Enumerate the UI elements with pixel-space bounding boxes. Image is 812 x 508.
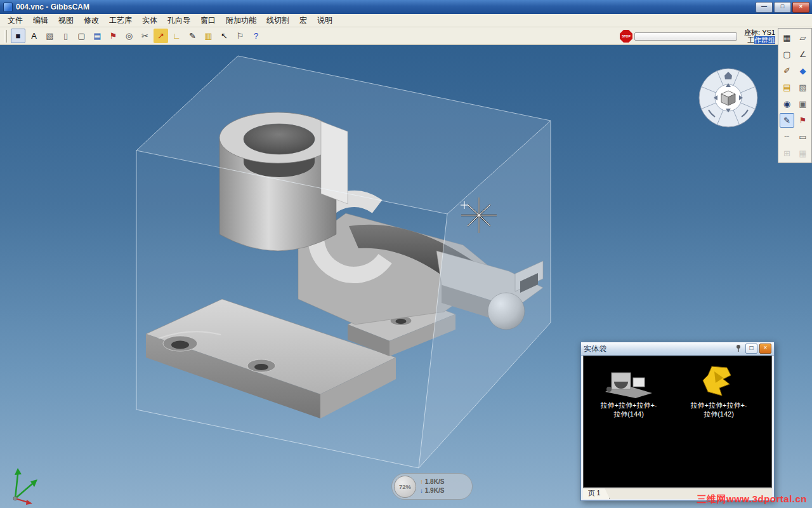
gibbscam-window: 004.vnc - GibbsCAM — □ × 文件编辑视图修改工艺库实体孔向… <box>0 0 812 508</box>
palette-restore-button[interactable]: □ <box>745 344 757 354</box>
yellow-part-thumbnail <box>690 363 747 399</box>
cursor-icon[interactable]: ↖ <box>217 29 232 43</box>
app-icon <box>3 3 13 12</box>
extrude-icon[interactable]: ↗ <box>154 29 168 43</box>
viewport-3d[interactable]: 实体袋 □ × <box>0 45 812 508</box>
angle-icon[interactable]: ∠ <box>796 47 810 62</box>
window-title: 004.vnc - GibbsCAM <box>16 3 754 11</box>
vnc-percent-badge: 72% <box>394 476 416 498</box>
profile-icon[interactable]: ▱ <box>796 30 810 45</box>
menu-item[interactable]: 说明 <box>312 14 337 27</box>
coordinate-status: 座标: YS1 工作群组 <box>744 29 775 44</box>
maximize-button[interactable]: □ <box>774 2 791 13</box>
bounds-box-icon[interactable]: ▣ <box>796 97 810 111</box>
window-select-icon[interactable]: ▦ <box>780 30 794 45</box>
menu-item[interactable]: 线切割 <box>261 14 294 27</box>
menu-item[interactable]: 实体 <box>137 14 162 27</box>
grid-icon[interactable]: ▦ <box>796 146 810 161</box>
upload-speed: 1.8K/S <box>425 478 445 485</box>
solid-item-label-line1: 拉伸+拉伸+拉伸+- <box>584 401 674 410</box>
watermark-text: 三维网www.3dportal.cn <box>697 493 807 505</box>
flag-page-icon[interactable]: ⚑ <box>106 29 121 43</box>
view-wheel[interactable] <box>697 67 759 129</box>
main-toolbar: ■A▧▯▢▤⚑◎✂↗∟✎▥↖⚐? STOP 座标: YS1 工作群组 <box>0 27 812 45</box>
solid-item-label-line1: 拉伸+拉伸+拉伸+- <box>674 401 764 410</box>
layers-icon[interactable]: ▤ <box>780 80 794 95</box>
marquee-select-icon[interactable]: ▢ <box>74 29 89 43</box>
solid-thumbnail <box>674 361 764 401</box>
menu-item[interactable]: 文件 <box>3 14 28 27</box>
solid-bag-title: 实体袋 <box>584 344 735 354</box>
menu-item[interactable]: 编辑 <box>28 14 53 27</box>
cut-tool-icon[interactable]: ✂ <box>138 29 152 43</box>
menu-item[interactable]: 附加功能 <box>221 14 261 27</box>
solid-bag-palette: 实体袋 □ × <box>580 342 775 501</box>
tag-flag-icon[interactable]: ⚑ <box>796 113 810 128</box>
text-label-icon[interactable]: A <box>27 29 41 43</box>
wire-cube-icon[interactable]: ▧ <box>43 29 57 43</box>
menu-bar: 文件编辑视图修改工艺库实体孔向导窗口附加功能线切割宏说明 <box>0 14 812 27</box>
axis-triad-icon <box>5 465 43 505</box>
page-tab[interactable]: 页 1 <box>583 488 610 499</box>
pick-flag-icon[interactable]: ⚐ <box>233 29 247 43</box>
close-button[interactable]: × <box>792 2 809 13</box>
solid-bag-titlebar[interactable]: 实体袋 □ × <box>581 342 774 356</box>
workgroup-selected-text: 作群组 <box>754 36 775 44</box>
palette-close-button[interactable]: × <box>759 344 771 354</box>
solid-view-icon[interactable]: ▧ <box>796 80 810 95</box>
corner-bracket-icon[interactable]: ∟ <box>169 29 184 43</box>
toolbar-grip-handle[interactable] <box>4 30 7 43</box>
grid-view-icon[interactable]: ▤ <box>90 29 105 43</box>
stop-icon[interactable]: STOP <box>620 30 632 43</box>
dimension-icon[interactable]: ╌ <box>780 130 794 144</box>
minimize-button[interactable]: — <box>756 2 773 13</box>
frame-icon[interactable]: ▭ <box>796 130 810 144</box>
palette-icon[interactable]: ◆ <box>796 64 810 78</box>
solid-item-142[interactable]: 拉伸+拉伸+拉伸+- 拉伸(142) <box>674 361 764 418</box>
solid-item-label-line2: 拉伸(142) <box>674 410 764 418</box>
view-cube-icon[interactable] <box>721 91 735 105</box>
cylinder-icon[interactable]: ▯ <box>58 29 73 43</box>
sketch-icon[interactable]: ✐ <box>780 64 794 78</box>
menu-item[interactable]: 孔向导 <box>162 14 195 27</box>
toolbar-icons: ■A▧▯▢▤⚑◎✂↗∟✎▥↖⚐? <box>11 29 265 43</box>
concentric-icon[interactable]: ◎ <box>122 29 136 43</box>
menu-item[interactable]: 窗口 <box>195 14 221 27</box>
context-help-icon[interactable]: ? <box>249 29 263 43</box>
marker-pen-icon[interactable]: ✎ <box>780 113 794 128</box>
download-arrow-icon: ↓ <box>420 487 423 494</box>
download-speed: 1.9K/S <box>425 487 445 494</box>
solid-stack-icon[interactable]: ▥ <box>201 29 216 43</box>
menu-item[interactable]: 工艺库 <box>104 14 137 27</box>
solid-bag-body: 拉伸+拉伸+拉伸+- 拉伸(144) <box>583 356 772 488</box>
upload-arrow-icon: ↑ <box>420 478 423 485</box>
pen-icon[interactable]: ✎ <box>185 29 200 43</box>
solid-item-label-line2: 拉伸(144) <box>584 410 674 418</box>
vnc-speed-indicator: 72% ↑ 1.8K/S ↓ 1.9K/S <box>391 473 473 500</box>
title-bar: 004.vnc - GibbsCAM — □ × <box>0 0 812 14</box>
duplicate-icon[interactable]: ⊞ <box>780 146 794 161</box>
workgroup-label: 工作群组 <box>744 36 775 44</box>
solid-item-144[interactable]: 拉伸+拉伸+拉伸+- 拉伸(144) <box>584 361 674 418</box>
progress-bar <box>634 32 737 41</box>
menu-item[interactable]: 修改 <box>79 14 104 27</box>
coordinate-label: 座标: YS1 <box>744 29 775 36</box>
plane-icon[interactable]: ▢ <box>780 47 794 62</box>
menu-item[interactable]: 宏 <box>294 14 312 27</box>
vnc-speeds: ↑ 1.8K/S ↓ 1.9K/S <box>420 478 444 495</box>
right-tool-panel: ▦▱▢∠✐◆▤▧◉▣✎⚑╌▭⊞▦ <box>778 28 812 163</box>
menu-item[interactable]: 视图 <box>53 14 79 27</box>
pin-icon[interactable] <box>735 344 742 353</box>
solid-thumbnail <box>584 361 674 401</box>
gray-part-thumbnail <box>600 363 657 399</box>
visibility-eye-icon[interactable]: ◉ <box>780 97 794 111</box>
select-filled-icon[interactable]: ■ <box>11 29 25 43</box>
